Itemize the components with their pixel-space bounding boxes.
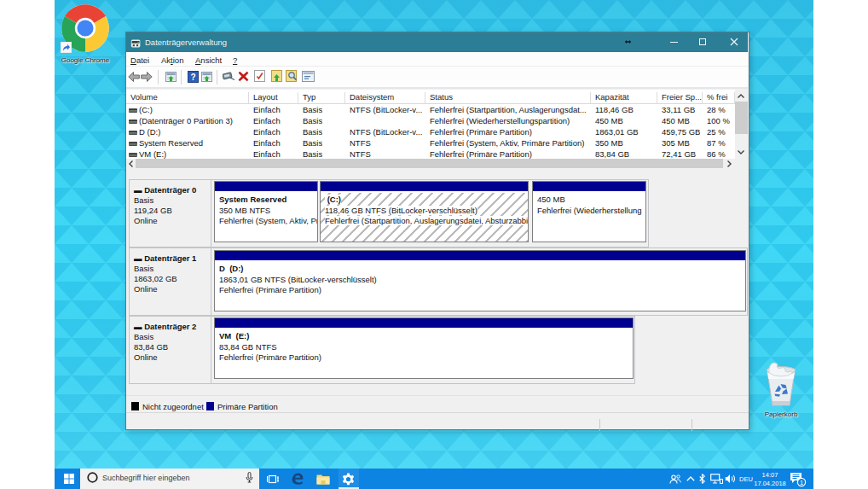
svg-text:1: 1 bbox=[800, 479, 803, 486]
svg-text:?: ? bbox=[190, 73, 195, 82]
